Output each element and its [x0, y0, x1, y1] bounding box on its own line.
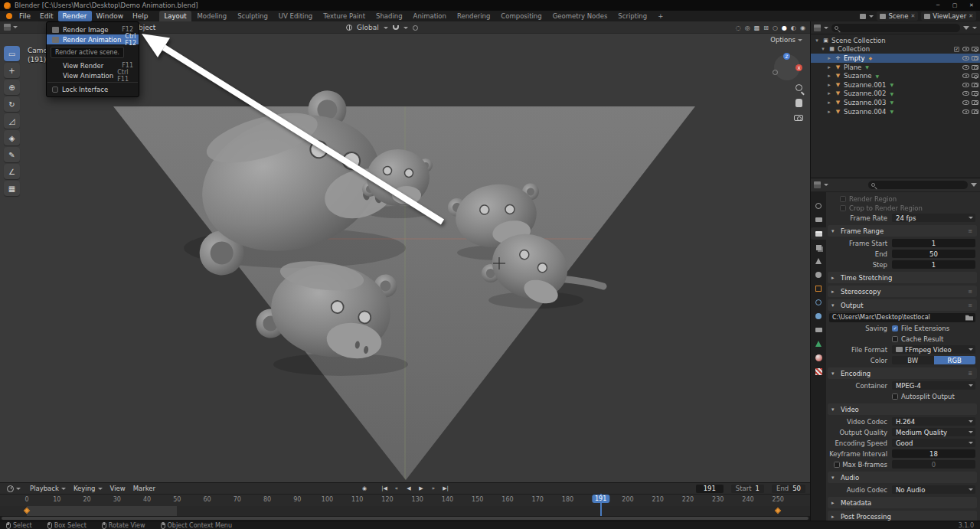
gizmo-z-axis[interactable]: Z — [783, 53, 790, 60]
chevron-down-icon[interactable] — [824, 27, 828, 29]
properties-tab-render[interactable] — [811, 214, 826, 226]
panel-header-audio[interactable]: ▾Audio — [828, 472, 977, 483]
blender-menu-icon[interactable] — [3, 11, 15, 21]
properties-tab-constraints[interactable] — [811, 324, 826, 336]
scene-selector[interactable]: Scene ✕ — [877, 11, 918, 21]
auto-key-record-button[interactable]: ◉ — [360, 484, 369, 493]
frame-start-field[interactable]: Start 1 — [731, 485, 764, 493]
proportional-editing-icon[interactable] — [413, 25, 418, 31]
properties-tab-world[interactable] — [811, 269, 826, 281]
prev-keyframe-button[interactable]: « — [392, 484, 401, 493]
timeline-menu-keying[interactable]: Keying — [70, 485, 106, 492]
workspace-tab-rendering[interactable]: Rendering — [452, 11, 495, 21]
field-output-quality[interactable]: Medium Quality — [892, 428, 975, 436]
gizmo-y-axis[interactable] — [773, 70, 778, 75]
panel-header-time-stretching[interactable]: ▸Time Stretching — [828, 272, 977, 283]
viewport-3d-scene[interactable] — [0, 34, 810, 482]
properties-tab-view-layer[interactable] — [811, 241, 826, 253]
minimize-button[interactable]: ─ — [929, 0, 946, 11]
panel-header-post-processing[interactable]: ▸Post Processing — [828, 511, 977, 521]
filter-icon[interactable] — [963, 26, 969, 30]
menu-item-render-animation[interactable]: Render AnimationCtrl F12 — [47, 34, 139, 44]
workspace-tab-sculpting[interactable]: Sculpting — [232, 11, 273, 21]
workspace-tab-modeling[interactable]: Modeling — [191, 11, 232, 21]
outliner-scene-collection[interactable]: ▾▣Scene Collection — [811, 36, 980, 45]
disable-in-render-icon[interactable] — [972, 109, 978, 114]
segment-option-bw[interactable]: BW — [892, 356, 934, 364]
workspace-tab-uv-editing[interactable]: UV Editing — [273, 11, 318, 21]
hide-in-viewport-icon[interactable] — [962, 56, 969, 60]
folder-icon[interactable] — [965, 315, 973, 321]
play-button[interactable]: ▶ — [416, 484, 426, 493]
outliner-object-suzanne-003[interactable]: ▸▼Suzanne.003▼ — [811, 98, 980, 107]
zoom-icon[interactable] — [795, 84, 802, 91]
panel-header-video[interactable]: ▾Video — [828, 403, 977, 415]
properties-tab-physics[interactable] — [811, 310, 826, 322]
field-video-codec[interactable]: H.264 — [892, 417, 975, 426]
viewlayer-selector[interactable]: ViewLayer ✕ — [921, 11, 976, 21]
hide-in-viewport-icon[interactable] — [962, 91, 969, 96]
panel-header-encoding[interactable]: ▾Encoding≣ — [828, 367, 977, 379]
snap-magnet-icon[interactable] — [393, 25, 399, 30]
menu-item-view-animation[interactable]: View AnimationCtrl F11 — [47, 70, 139, 80]
jump-to-start-button[interactable]: |◀ — [380, 484, 389, 493]
properties-tab-object[interactable] — [811, 282, 826, 295]
panel-header-frame-range[interactable]: ▾Frame Range≡ — [828, 225, 977, 237]
properties-editor-icon[interactable] — [814, 181, 821, 188]
outliner-object-suzanne-001[interactable]: ▸▼Suzanne.001▼ — [811, 80, 980, 90]
visibility-icon[interactable]: ◌ — [736, 24, 741, 31]
hide-in-viewport-icon[interactable] — [962, 73, 969, 78]
collection-checkbox[interactable] — [954, 47, 959, 52]
outliner-search-input[interactable] — [831, 24, 960, 32]
outliner-editor-icon[interactable] — [814, 24, 821, 31]
tool-add-cube-button[interactable]: ▦ — [4, 181, 20, 196]
properties-tab-modifiers[interactable] — [811, 296, 826, 309]
xray-icon[interactable]: ▩ — [754, 24, 760, 31]
tool-select-box-button[interactable]: ▭ — [4, 46, 20, 61]
workspace-tab-shading[interactable]: Shading — [371, 11, 408, 21]
disable-in-render-icon[interactable] — [972, 56, 978, 60]
field-max-b-frames[interactable]: 0 — [892, 460, 975, 469]
expand-caret-icon[interactable]: ▸ — [826, 55, 832, 61]
unlink-scene-icon[interactable]: ✕ — [910, 13, 915, 19]
properties-tab-material[interactable] — [811, 351, 826, 364]
frame-ruler[interactable]: 0102030405060708090100110120130140150160… — [0, 494, 810, 506]
field-end[interactable]: 50 — [892, 250, 975, 258]
workspace-tab-texture-paint[interactable]: Texture Paint — [318, 11, 371, 21]
field-audio-codec[interactable]: No Audio — [892, 485, 975, 494]
next-keyframe-button[interactable]: » — [429, 484, 438, 493]
disable-in-render-icon[interactable] — [972, 65, 978, 70]
disable-in-render-icon[interactable] — [972, 47, 978, 51]
output-path-field[interactable]: C:\Users\Marc\Desktop\testlocal — [829, 313, 975, 322]
panel-header-output[interactable]: ▾Output≡ — [828, 299, 977, 311]
field-frame-rate[interactable]: 24 fps — [892, 214, 975, 222]
properties-tab-texture[interactable] — [811, 365, 826, 377]
editor-type-selector[interactable] — [4, 24, 18, 31]
segment-option-rgb[interactable]: RGB — [934, 356, 976, 364]
scrollbar-thumb[interactable] — [2, 517, 808, 520]
jump-to-end-button[interactable]: ▶| — [441, 484, 450, 493]
expand-caret-icon[interactable]: ▸ — [826, 82, 832, 88]
outliner-object-suzanne-002[interactable]: ▸▼Suzanne.002▼ — [811, 90, 980, 99]
field-keyframe-interval[interactable]: 18 — [892, 449, 975, 458]
chevron-down-icon[interactable] — [403, 27, 408, 29]
tool-scale-button[interactable]: ◿ — [4, 113, 20, 129]
field-encoding-speed[interactable]: Good — [892, 439, 975, 447]
preset-icon[interactable]: ≣ — [968, 371, 973, 377]
workspace-tab-scripting[interactable]: Scripting — [612, 11, 652, 21]
chevron-down-icon[interactable] — [824, 184, 828, 186]
field-container[interactable]: MPEG-4 — [892, 381, 975, 390]
shading-solid-icon[interactable]: ● — [782, 24, 787, 31]
hide-in-viewport-icon[interactable] — [962, 100, 969, 105]
tool-measure-button[interactable]: ∠ — [4, 164, 20, 179]
shading-material-icon[interactable]: ◐ — [791, 24, 796, 31]
workspace-tab-animation[interactable]: Animation — [408, 11, 452, 21]
properties-tab-tool[interactable] — [811, 200, 826, 212]
checkbox-file-extensions[interactable]: ✓ — [892, 325, 898, 331]
properties-tab-scene[interactable] — [811, 255, 826, 267]
workspace-tab-layout[interactable]: Layout — [159, 11, 192, 21]
disable-in-render-icon[interactable] — [972, 83, 978, 87]
shading-rendered-icon[interactable]: ◉ — [800, 24, 805, 31]
hide-in-viewport-icon[interactable] — [962, 47, 969, 51]
timeline-editor-selector[interactable] — [3, 485, 24, 492]
